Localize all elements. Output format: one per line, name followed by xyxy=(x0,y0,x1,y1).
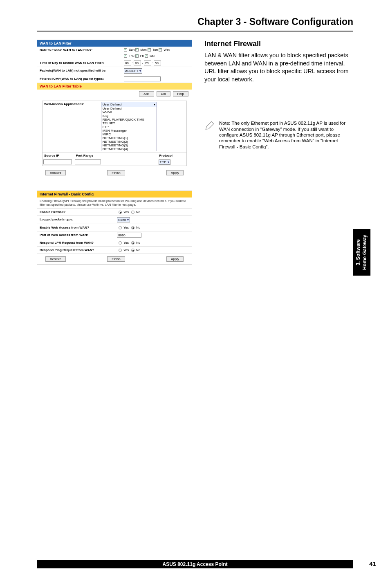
time-m1[interactable] xyxy=(134,61,141,65)
row-label: Enable Web Access from WAN? xyxy=(37,224,114,231)
bottom-buttons: Restore Finish Apply xyxy=(37,168,192,178)
add-button[interactable]: Add xyxy=(139,91,154,97)
list-item[interactable]: FTP xyxy=(101,125,157,129)
radio-yes[interactable] xyxy=(119,226,122,229)
config-row: Respond Ping Request from WAN?YesNo xyxy=(37,246,192,254)
dropdown-list: User Defined WWW ICQ REAL PLAYER/QUICK T… xyxy=(101,107,157,151)
time-h1[interactable] xyxy=(124,61,131,65)
icmp-input[interactable] xyxy=(124,76,161,81)
well-known-label: Well-Known Applications: xyxy=(43,101,100,152)
well-known-select[interactable]: User Defined▾ User Defined WWW ICQ REAL … xyxy=(101,102,157,151)
text-input[interactable] xyxy=(117,233,141,238)
list-item[interactable]: NETMEETING(4) xyxy=(101,147,157,151)
side-tab: 3. Software Home Gateway xyxy=(353,229,370,276)
row-time-enable: Time of Day to Enable WAN to LAN Filter:… xyxy=(37,59,192,67)
config-row: Logged packets type:None▾ xyxy=(37,215,192,224)
finish-button[interactable]: Finish xyxy=(107,170,125,175)
row-date-enable: Date to Enable WAN to LAN Filter: Sun Mo… xyxy=(37,47,192,59)
finish-button[interactable]: Finish xyxy=(107,256,125,262)
apply-button[interactable]: Apply xyxy=(166,170,184,175)
list-item[interactable]: NETMEETING(3) xyxy=(101,144,157,147)
section-paragraph: LAN & WAN filter allows you to block spe… xyxy=(204,52,353,83)
config-row: Enable Web Access from WAN?YesNo xyxy=(37,224,192,231)
source-ip-input[interactable] xyxy=(43,159,72,164)
row-packets-default: Packets(WAN to LAN) not specified will b… xyxy=(37,67,192,75)
screenshot-wan-lan-filter: WAN to LAN Filter Date to Enable WAN to … xyxy=(37,40,192,178)
list-item[interactable]: WWW xyxy=(101,110,157,114)
help-button[interactable]: Help xyxy=(173,91,188,97)
panel-title: WAN to LAN Filter xyxy=(37,40,192,47)
radio-yes[interactable] xyxy=(119,249,122,252)
radio-yes[interactable] xyxy=(119,241,122,245)
config-row: Port of Web Access from WAN: xyxy=(37,231,192,239)
list-item[interactable]: TELNET xyxy=(101,121,157,125)
note-block: Note: The only Ethernet port in ASUS 802… xyxy=(204,120,353,150)
time-h2[interactable] xyxy=(144,61,151,65)
protocol-select[interactable]: TCP▾ xyxy=(159,159,170,165)
table-buttons: Add Del Help xyxy=(37,90,192,98)
checkbox-mon[interactable] xyxy=(135,48,139,52)
checkbox-wed[interactable] xyxy=(159,48,162,52)
title-rule xyxy=(37,31,353,31)
label: Date to Enable WAN to LAN Filter: xyxy=(37,47,122,59)
content-columns: WAN to LAN Filter Date to Enable WAN to … xyxy=(0,40,390,277)
chevron-down-icon: ▾ xyxy=(168,160,169,164)
list-item[interactable]: REAL PLAYER/QUICK TIME xyxy=(101,118,157,121)
label: Time of Day to Enable WAN to LAN Filter: xyxy=(37,59,122,67)
label: Filtered ICMP(WAN to LAN) packet types: xyxy=(37,75,122,83)
time-m2[interactable] xyxy=(154,61,161,65)
list-item[interactable]: MSN Messenger xyxy=(101,129,157,132)
radio-no[interactable] xyxy=(131,249,134,252)
pencil-icon xyxy=(204,120,215,150)
chevron-down-icon: ▾ xyxy=(139,69,141,73)
port-range-input[interactable] xyxy=(75,159,101,164)
label: Packets(WAN to LAN) not specified will b… xyxy=(37,67,122,75)
footer-bar: ASUS 802.11g Access Point 41 xyxy=(37,560,353,568)
checkbox-tue[interactable] xyxy=(148,48,151,52)
checkbox-sun[interactable] xyxy=(124,48,127,52)
checkbox-thu[interactable] xyxy=(124,54,127,58)
sidetab-line2: Home Gateway xyxy=(361,235,367,270)
radio-no[interactable] xyxy=(131,241,134,245)
radio-yes[interactable] xyxy=(119,211,122,214)
chevron-down-icon: ▾ xyxy=(154,103,155,106)
time-inputs: : - : xyxy=(122,59,192,67)
col-port-range: Port Range xyxy=(74,153,103,159)
filter-table-header: WAN to LAN Filter Table xyxy=(37,83,192,90)
list-item[interactable]: MIRC xyxy=(101,132,157,136)
list-item[interactable]: User Defined xyxy=(101,107,157,110)
list-item[interactable]: NETMEETING(1) xyxy=(101,136,157,140)
page-number: 41 xyxy=(369,560,376,567)
checkbox-sat[interactable] xyxy=(145,54,148,58)
chevron-down-icon: ▾ xyxy=(127,218,129,222)
page: Chapter 3 - Software Configuration WAN t… xyxy=(0,0,390,588)
restore-button[interactable]: Restore xyxy=(45,256,66,262)
screenshot-firewall-basic: Internet Firewall - Basic Config Enablin… xyxy=(37,191,192,265)
bottom-buttons: Restore Finish Apply xyxy=(37,254,192,264)
row-label: Logged packets type: xyxy=(37,216,114,224)
section-heading: Internet Firewall xyxy=(204,40,353,48)
row-label: Enable Firewall? xyxy=(37,209,114,215)
row-value xyxy=(114,231,192,239)
list-item[interactable]: NETMEETING(2) xyxy=(101,140,157,144)
apply-button[interactable]: Apply xyxy=(166,256,184,262)
row-label: Respond LPR Request from WAN? xyxy=(37,239,114,246)
radio-no[interactable] xyxy=(131,211,134,214)
config-row: Enable Firewall?YesNo xyxy=(37,208,192,215)
col-protocol: Protocol xyxy=(158,153,186,159)
checkbox-fri[interactable] xyxy=(135,54,139,58)
sidetab-line1: 3. Software xyxy=(355,239,361,265)
list-item[interactable]: ICQ xyxy=(101,114,157,118)
restore-button[interactable]: Restore xyxy=(45,170,66,175)
page-footer: ASUS 802.11g Access Point 41 xyxy=(0,560,390,568)
note-text: Note: The only Ethernet port in ASUS 802… xyxy=(219,120,353,150)
chapter-title: Chapter 3 - Software Configuration xyxy=(0,0,390,27)
select-accept[interactable]: ACCEPT▾ xyxy=(124,68,142,74)
radio-no[interactable] xyxy=(131,226,134,229)
panel-title: Internet Firewall - Basic Config xyxy=(37,191,192,197)
select-none[interactable]: None▾ xyxy=(117,217,130,222)
del-button[interactable]: Del xyxy=(157,91,170,97)
row-value: YesNo xyxy=(114,209,192,215)
right-column: Internet Firewall LAN & WAN filter allow… xyxy=(204,40,353,277)
day-checkboxes: Sun Mon Tue Wed Thu Fri Sat xyxy=(122,47,192,59)
